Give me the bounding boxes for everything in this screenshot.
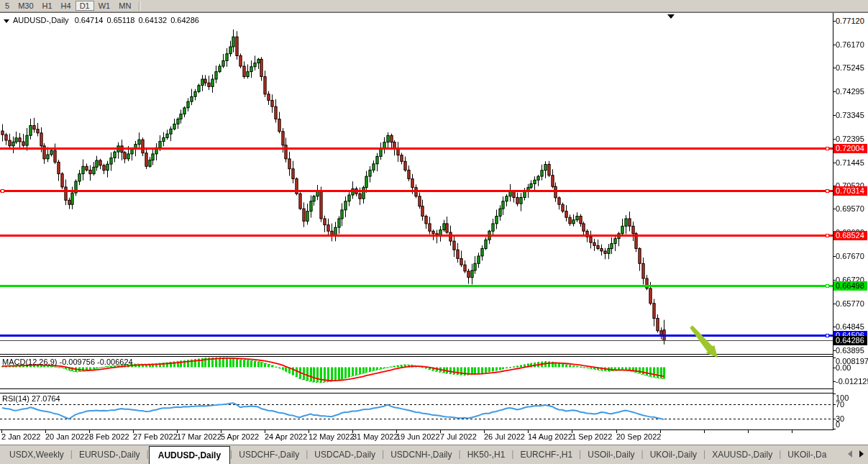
price-axis-label: 0.76170	[836, 40, 864, 50]
price-axis-tick	[833, 163, 836, 163]
rsi-axis-tick	[833, 394, 836, 394]
ohlc-close: 0.64286	[170, 16, 199, 24]
symbol-tab-ukoil-daily[interactable]: UKOil-,Daily	[644, 445, 703, 464]
period-button-MN[interactable]: MN	[114, 1, 135, 11]
price-axis-label: 0.77120	[836, 17, 864, 26]
macd-header: MACD(12,26,9) -0.009756 -0.006624	[2, 358, 133, 366]
tabbar-scroll-left-icon[interactable]	[848, 450, 852, 458]
symbol-tab-eurchf-h1[interactable]: EURCHF-,H1	[513, 445, 579, 464]
price-axis-tick	[833, 91, 836, 92]
level-handle-right[interactable]	[826, 189, 829, 193]
price-level-line-0.70314[interactable]	[0, 190, 833, 192]
macd-pane-bottom-border	[0, 388, 833, 389]
date-axis-label: 24 Apr 2022	[265, 432, 307, 441]
down-arrow-annotation[interactable]	[687, 323, 723, 363]
level-handle-right[interactable]	[826, 284, 829, 288]
price-axis-tick	[833, 280, 836, 281]
price-axis-tick	[833, 139, 836, 140]
period-button-W1[interactable]: W1	[94, 1, 115, 11]
price-axis-label: 0.74295	[836, 87, 864, 96]
symbol-tab-xauusd-daily[interactable]: XAUUSD-,Daily	[705, 445, 779, 464]
date-axis-label: 12 May 2022	[309, 432, 355, 441]
price-level-line-0.72004[interactable]	[0, 147, 833, 150]
price-level-tag-0.72004: 0.72004	[833, 144, 867, 153]
rsi-pane-bottom-border	[0, 429, 833, 430]
level-handle-right[interactable]	[826, 334, 829, 337]
macd-axis-tick	[833, 381, 836, 382]
rsi-pane-top-border	[0, 393, 833, 394]
ohlc-low: 0.64132	[138, 16, 167, 24]
symbol-tab-hk50-h1[interactable]: HK50-,H1	[461, 445, 512, 464]
level-handle-left[interactable]	[1, 189, 4, 193]
date-axis-label: 20 Sep 2022	[616, 432, 661, 441]
price-level-line-0.68524[interactable]	[0, 235, 833, 237]
rsi-axis-label: 0	[836, 420, 840, 429]
bid-price-tag: 0.64286	[833, 336, 867, 345]
price-level-tag-0.70314: 0.70314	[833, 186, 867, 196]
toolbar-separator	[139, 1, 140, 11]
date-axis-label: 2 Jan 2022	[1, 432, 40, 441]
price-axis-tick	[833, 21, 836, 22]
price-axis-tick	[833, 45, 836, 45]
symbol-dropdown-icon[interactable]	[4, 19, 9, 23]
periods-toolbar: 5M30H1H4D1W1MN	[0, 0, 868, 12]
price-axis-label: 0.72395	[836, 135, 864, 144]
level-handle-right[interactable]	[826, 234, 829, 237]
macd-axis-label: 0.00	[836, 363, 851, 373]
ohlc-high: 0.65118	[106, 16, 134, 24]
price-axis-label: 0.63895	[836, 346, 864, 355]
date-axis-label: 27 Feb 2022	[133, 432, 178, 441]
candlestick-chart-canvas[interactable]	[0, 12, 833, 437]
period-button-5[interactable]: 5	[1, 1, 14, 11]
price-axis-label: 0.69570	[836, 204, 864, 214]
price-axis-label: 0.65770	[836, 299, 864, 309]
rsi-axis-tick	[833, 419, 836, 419]
macd-name: MACD(12,26,9)	[2, 358, 57, 366]
date-axis-label: 14 Aug 2022	[528, 432, 572, 441]
macd-main-value: -0.009756	[59, 358, 95, 366]
date-axis-label: 5 Apr 2022	[221, 432, 259, 441]
symbol-tab-usdcnh-daily[interactable]: USDCNH-,Daily	[384, 445, 458, 464]
date-axis-label: 1 Sep 2022	[572, 432, 612, 441]
price-axis-label: 0.71445	[836, 158, 864, 168]
period-button-M30[interactable]: M30	[14, 1, 37, 11]
macd-axis-tick	[833, 358, 836, 358]
rsi-axis-tick	[833, 404, 836, 405]
symbol-tab-eurusd-daily[interactable]: EURUSD-,Daily	[73, 445, 147, 464]
chart-shift-marker-icon[interactable]	[667, 14, 675, 19]
symbol-tab-usdx-weekly[interactable]: USDX,Weekly	[3, 445, 70, 464]
price-axis-tick	[833, 350, 836, 351]
price-level-tag-0.68524: 0.68524	[833, 231, 867, 240]
macd-signal-value: -0.006624	[97, 358, 133, 366]
price-axis-tick	[833, 209, 836, 209]
rsi-header: RSI(14) 27.0764	[2, 394, 60, 403]
symbol-tab-audusd-daily[interactable]: AUDUSD-,Daily	[149, 446, 230, 464]
ohlc-open: 0.64714	[75, 16, 104, 24]
price-axis-label: 0.75245	[836, 63, 864, 73]
price-level-line-0.66498[interactable]	[0, 285, 833, 287]
symbol-name: AUDUSD-,Daily	[13, 16, 69, 24]
rsi-axis-label: 70	[836, 400, 844, 409]
symbol-tab-usdcad-daily[interactable]: USDCAD-,Daily	[308, 445, 382, 464]
symbol-tabbar: USDX,Weekly|EURUSD-,Daily|AUDUSD-,Daily|…	[0, 445, 868, 464]
price-axis-tick	[833, 304, 836, 304]
date-axis-label: 17 Mar 2022	[177, 432, 221, 441]
period-button-H1[interactable]: H1	[38, 1, 57, 11]
macd-axis-tick	[833, 368, 836, 368]
price-axis-tick	[833, 256, 836, 257]
period-button-H4[interactable]: H4	[57, 1, 76, 11]
price-axis-label: 0.67670	[836, 252, 864, 261]
date-axis-label: 20 Jan 2022	[45, 432, 89, 441]
date-axis-label: 26 Jul 2022	[484, 432, 525, 441]
symbol-tab-ukoil-da[interactable]: UKOil-,Da	[781, 445, 833, 464]
period-button-D1[interactable]: D1	[76, 1, 94, 11]
level-handle-right[interactable]	[826, 147, 829, 150]
price-level-tag-0.66498: 0.66498	[833, 281, 867, 291]
symbol-tab-usdchf-daily[interactable]: USDCHF-,Daily	[232, 445, 306, 464]
price-axis-tick	[833, 68, 836, 68]
symbol-tab-usoil-daily[interactable]: USOil-,Daily	[581, 445, 641, 464]
chart-window: AUDUSD-,Daily 0.647140.651180.641320.642…	[0, 12, 868, 445]
chart-title: AUDUSD-,Daily 0.647140.651180.641320.642…	[4, 16, 203, 24]
tabbar-scroll-right-icon[interactable]	[859, 450, 864, 458]
rsi-value: 27.0764	[32, 394, 60, 403]
